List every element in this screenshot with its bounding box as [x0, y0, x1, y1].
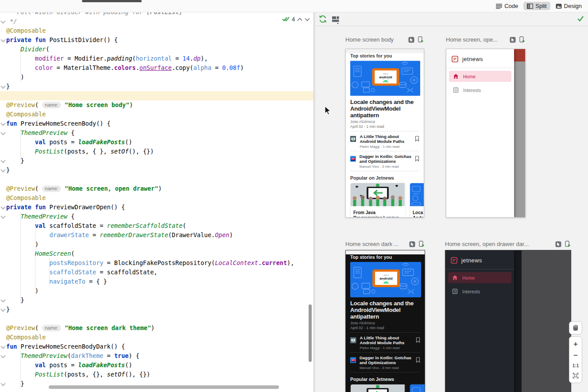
run-on-device-icon[interactable]: [565, 241, 571, 247]
code-editor[interactable]: * Full-width divider with padding for [P…: [0, 0, 313, 392]
code-line[interactable]: PostList(posts, { }, setOf(), {}): [0, 147, 313, 156]
code-line[interactable]: PostList(posts, {}, setOf(), {}): [0, 370, 313, 379]
view-options-icon[interactable]: [331, 15, 340, 24]
code-line[interactable]: [0, 91, 313, 100]
code-line[interactable]: }: [0, 305, 313, 314]
code-line[interactable]: color = MaterialTheme.colors.onSurface.c…: [0, 63, 313, 73]
code-line[interactable]: scaffoldState = scaffoldState,: [0, 268, 313, 277]
interactive-preview-icon[interactable]: [409, 241, 415, 247]
code-line[interactable]: */: [0, 17, 313, 26]
code-line[interactable]: navigateTo = { }: [0, 277, 313, 286]
code-line[interactable]: @Composable: [0, 26, 313, 35]
code-line[interactable]: modifier = Modifier.padding(horizontal =…: [0, 54, 313, 63]
editor-horizontal-scrollbar[interactable]: [49, 385, 279, 389]
code-token: .: [190, 55, 193, 62]
code-line[interactable]: postsRepository = BlockingFakePostsRepos…: [0, 258, 313, 268]
preview-card-home-screen-body[interactable]: Top stories for you no: [345, 49, 424, 218]
code-line[interactable]: @Composable: [0, 110, 313, 119]
code-line[interactable]: ThemedPreview(darkTheme = true) {: [0, 351, 313, 361]
code-token: navigateTo: [50, 278, 85, 285]
pan-button[interactable]: [569, 321, 582, 334]
top-scrollbar-thumb[interactable]: [82, 0, 142, 2]
code-line[interactable]: @Composable: [0, 193, 313, 203]
app-bar-strip: [514, 250, 522, 392]
code-token: ): [158, 185, 162, 192]
code-line[interactable]: private fun PreviewDrawerOpen() {: [0, 203, 313, 212]
zoom-out-button[interactable]: −: [573, 352, 578, 359]
pane-splitter[interactable]: [313, 0, 315, 392]
mode-code-button[interactable]: Code: [492, 2, 522, 10]
code-line[interactable]: }: [0, 156, 313, 165]
interactive-preview-icon[interactable]: [408, 37, 414, 43]
code-line[interactable]: @Preview( name: "Home screen body"): [0, 100, 313, 110]
popular-image: [351, 183, 405, 206]
code-area[interactable]: * Full-width divider with padding for [P…: [0, 8, 313, 388]
preview-card-open-drawer-dark[interactable]: jetnews Home Interests: [445, 250, 571, 392]
code-line[interactable]: fun PreviewHomeScreenBody() {: [0, 119, 313, 128]
post-meta: Manuel Vivo - 3 min read: [360, 165, 411, 169]
list-divider: [350, 352, 420, 353]
code-token: ) {: [128, 352, 139, 359]
next-highlight-icon[interactable]: [305, 18, 310, 21]
code-line[interactable]: val posts = loadFakePosts(): [0, 138, 313, 147]
code-line[interactable]: Divider(: [0, 45, 313, 54]
code-token: posts =: [46, 361, 78, 369]
code-token: rememberDrawerState: [100, 231, 168, 238]
code-line[interactable]: ): [0, 73, 313, 82]
jetnews-logo-icon: [452, 56, 458, 62]
zoom-actual-size-button[interactable]: 1:1: [573, 363, 579, 368]
code-token: [61, 101, 65, 108]
code-token: colors: [114, 64, 136, 71]
prev-highlight-icon[interactable]: [297, 18, 302, 21]
code-token: PreviewHomeScreenBody() {: [17, 120, 110, 127]
code-line[interactable]: fun PreviewHomeScreenBodyDark() {: [0, 342, 313, 351]
code-line[interactable]: ): [0, 240, 313, 249]
post-title: A Little Thing about Android Module Path…: [360, 335, 412, 345]
code-line[interactable]: }: [0, 296, 313, 305]
run-on-device-icon[interactable]: [418, 241, 425, 247]
popular-image: [410, 183, 424, 206]
code-line[interactable]: ThemedPreview {: [0, 128, 313, 138]
run-on-device-icon[interactable]: [519, 36, 526, 43]
code-line[interactable]: HomeScreen(: [0, 249, 313, 258]
code-token: }: [6, 83, 10, 90]
code-line[interactable]: private fun PostListDivider() {: [0, 35, 313, 45]
drawer-divider: [446, 68, 514, 68]
code-token: (DrawerValue.: [168, 231, 215, 238]
code-line[interactable]: ): [0, 286, 313, 296]
code-line[interactable]: [0, 314, 313, 323]
code-line[interactable]: }: [0, 165, 313, 175]
preview-card-dark-theme[interactable]: Top stories for you no: [345, 250, 425, 392]
code-line[interactable]: @Preview( name: "Home screen, open drawe…: [0, 184, 313, 193]
app-name: jetnews: [461, 257, 482, 264]
zoom-to-fit-button[interactable]: [573, 373, 579, 379]
popular-card: LocaAndr Jose Al April 0: [410, 384, 425, 392]
code-token: PostListDivider() {: [46, 36, 118, 43]
run-on-device-icon[interactable]: [418, 36, 424, 43]
code-line[interactable]: @Preview( name: "Home screen dark theme"…: [0, 323, 313, 333]
code-line[interactable]: [0, 175, 313, 184]
interactive-preview-icon[interactable]: [555, 241, 561, 247]
top-toolbar: Code Split Design: [0, 0, 588, 12]
code-line[interactable]: @Composable: [0, 333, 313, 342]
code-token: ),: [287, 259, 294, 266]
code-line[interactable]: }: [0, 82, 313, 91]
code-token: PreviewDrawerOpen() {: [46, 204, 125, 211]
code-line[interactable]: val posts = loadFakePosts(): [0, 361, 313, 370]
zoom-in-button[interactable]: +: [573, 341, 578, 348]
code-line[interactable]: val scaffoldState = rememberScaffoldStat…: [0, 221, 313, 231]
code-token: @Preview: [6, 324, 35, 331]
code-token: val: [35, 222, 46, 229]
editor-vertical-scrollbar[interactable]: [309, 304, 312, 362]
list-divider: [350, 171, 419, 171]
mode-split-button[interactable]: Split: [523, 2, 550, 10]
code-line[interactable]: drawerState = rememberDrawerState(Drawer…: [0, 231, 313, 240]
preview-card-open-drawer[interactable]: jetnews Home Interests: [446, 49, 526, 218]
post-author: Jose Alcérreca: [350, 321, 420, 325]
build-refresh-icon[interactable]: [318, 15, 327, 23]
code-token: ): [240, 64, 244, 71]
mode-design-button[interactable]: Design: [552, 2, 585, 10]
code-line[interactable]: ThemedPreview {: [0, 212, 313, 221]
interactive-preview-icon[interactable]: [510, 37, 516, 43]
post-thumbnail: [350, 355, 356, 365]
